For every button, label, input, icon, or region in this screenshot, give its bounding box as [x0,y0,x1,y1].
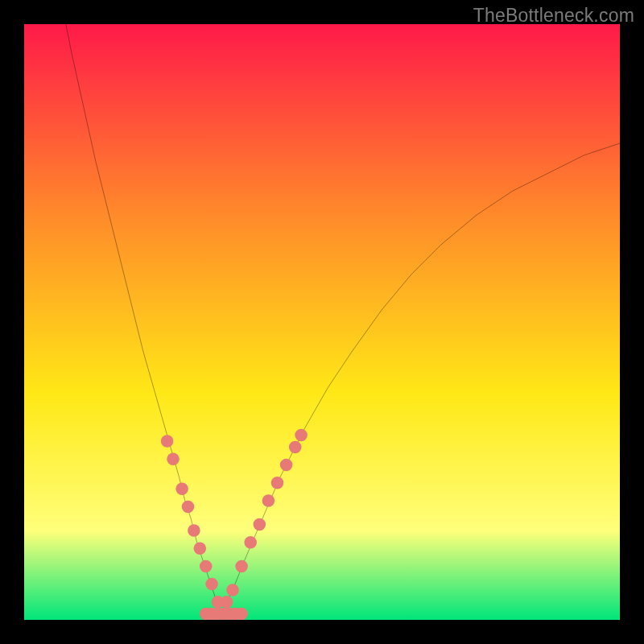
marker-point [289,441,302,454]
marker-point [226,584,239,597]
marker-point [205,578,218,591]
chart-frame: TheBottleneck.com [0,0,644,644]
marker-point [280,459,293,472]
marker-point [235,560,248,573]
marker-point [200,560,213,573]
watermark-label: TheBottleneck.com [473,5,634,27]
chart-plot [24,24,620,620]
marker-point [262,494,275,507]
gradient-background [24,24,620,620]
marker-point [194,542,207,555]
marker-point [295,429,308,442]
marker-point [244,536,257,549]
marker-point [175,482,188,495]
marker-point [161,435,174,448]
marker-point [221,596,233,609]
marker-point [271,477,284,489]
marker-point [235,608,248,620]
marker-point [182,501,195,514]
marker-point [254,518,266,531]
marker-point [188,524,200,537]
marker-point [167,452,180,465]
